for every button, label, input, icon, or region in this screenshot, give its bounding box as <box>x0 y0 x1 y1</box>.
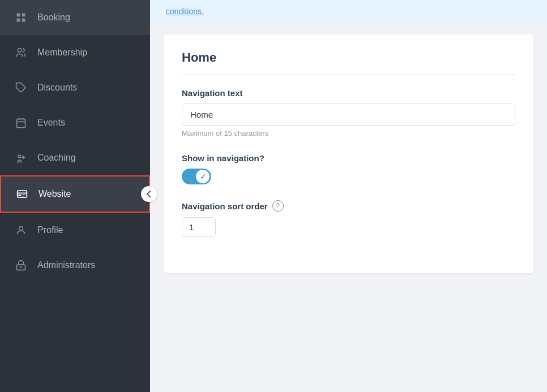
toggle-thumb <box>196 170 210 183</box>
main-content: conditions. Home Navigation text Maximum… <box>150 0 547 392</box>
nav-text-group: Navigation text Maximum of 15 characters <box>182 88 515 137</box>
sidebar-item-membership[interactable]: Membership <box>0 35 150 70</box>
collapse-arrow[interactable] <box>141 186 157 202</box>
sort-order-label-row: Navigation sort order ? <box>182 200 515 212</box>
help-icon[interactable]: ? <box>272 200 284 212</box>
profile-icon <box>14 223 28 238</box>
sidebar-item-label: Profile <box>37 225 63 235</box>
content-card: Home Navigation text Maximum of 15 chara… <box>164 35 533 273</box>
svg-rect-15 <box>22 196 24 196</box>
sidebar-item-administrators[interactable]: Administrators <box>0 248 150 283</box>
toggle-track <box>182 169 211 184</box>
svg-point-16 <box>19 226 23 230</box>
sidebar-item-label: Discounts <box>37 83 77 93</box>
sidebar-item-booking[interactable]: Booking <box>0 0 150 35</box>
svg-rect-6 <box>17 119 25 127</box>
svg-rect-14 <box>22 195 26 195</box>
sidebar-item-events[interactable]: Events <box>0 105 150 140</box>
sidebar-item-label: Website <box>39 189 71 199</box>
svg-rect-2 <box>17 19 20 22</box>
sidebar-item-label: Membership <box>37 48 87 58</box>
sidebar-item-label: Administrators <box>37 260 95 270</box>
show-in-nav-toggle[interactable] <box>182 169 211 184</box>
sidebar-item-label: Events <box>37 118 65 128</box>
sidebar-item-coaching[interactable]: Coaching <box>0 140 150 175</box>
svg-rect-13 <box>18 195 21 196</box>
website-icon <box>15 187 29 201</box>
sidebar-item-website[interactable]: Website <box>0 175 150 213</box>
sort-order-label: Navigation sort order <box>182 201 268 211</box>
sidebar-item-profile[interactable]: Profile <box>0 213 150 248</box>
grid-icon <box>14 10 28 25</box>
nav-text-label: Navigation text <box>182 88 515 98</box>
nav-text-hint: Maximum of 15 characters <box>182 129 515 137</box>
sort-order-input[interactable] <box>182 217 216 237</box>
svg-point-18 <box>20 267 22 268</box>
sidebar-item-label: Booking <box>37 12 70 23</box>
svg-rect-0 <box>17 14 20 17</box>
svg-point-4 <box>18 49 22 53</box>
show-in-nav-label: Show in navigation? <box>182 153 515 163</box>
members-icon <box>14 45 28 60</box>
svg-rect-1 <box>22 14 25 17</box>
admin-icon <box>14 258 28 273</box>
svg-rect-3 <box>22 19 25 22</box>
sort-order-group: Navigation sort order ? <box>182 200 515 237</box>
show-in-nav-group: Show in navigation? <box>182 153 515 184</box>
page-title: Home <box>182 50 515 75</box>
coaching-icon <box>14 150 28 165</box>
calendar-icon <box>14 115 28 130</box>
info-banner: conditions. <box>150 0 547 23</box>
sidebar-item-label: Coaching <box>37 153 76 163</box>
svg-rect-11 <box>18 191 27 197</box>
tag-icon <box>14 80 28 95</box>
sidebar: Booking Membership Discounts <box>0 0 150 392</box>
conditions-link[interactable]: conditions. <box>166 7 204 16</box>
sidebar-item-discounts[interactable]: Discounts <box>0 70 150 105</box>
svg-point-10 <box>18 155 21 158</box>
toggle-wrapper <box>182 169 515 184</box>
nav-text-input[interactable] <box>182 104 515 126</box>
